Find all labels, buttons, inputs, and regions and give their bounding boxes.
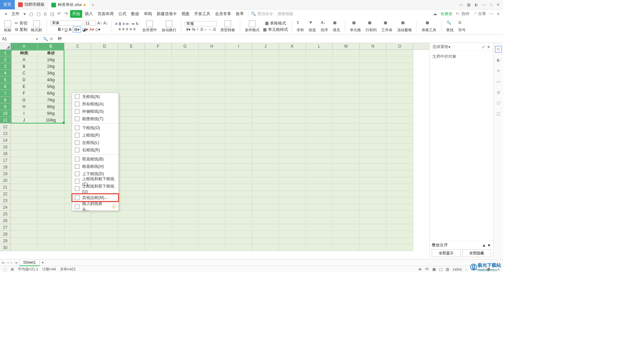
cell-J14[interactable] [252, 137, 279, 144]
next-sheet-icon[interactable]: › [11, 260, 12, 265]
cell-J27[interactable] [252, 224, 279, 231]
cell-B15[interactable] [38, 144, 64, 150]
cell-B2[interactable]: 1/kg [38, 56, 64, 63]
increase-font-icon[interactable]: A↑ [97, 21, 102, 26]
cell-K11[interactable] [279, 117, 306, 123]
cell-K1[interactable] [279, 50, 306, 56]
coop-button[interactable]: ల 协作 [456, 11, 469, 17]
cell-N5[interactable] [360, 77, 386, 83]
cell-B10[interactable]: 9/kg [38, 110, 64, 117]
orient-icon[interactable]: ↻ [136, 21, 139, 26]
selectall-corner[interactable] [0, 43, 11, 49]
cell-E15[interactable] [118, 144, 145, 150]
cell-K27[interactable] [279, 224, 306, 231]
col-header-N[interactable]: N [360, 43, 386, 49]
row-header-11[interactable]: 11 [0, 117, 11, 123]
cell-H18[interactable] [199, 164, 225, 170]
cell-G16[interactable] [172, 150, 199, 157]
cell-B13[interactable] [38, 130, 64, 137]
cell-L17[interactable] [306, 157, 333, 164]
cell-L27[interactable] [306, 224, 333, 231]
cell-J21[interactable] [252, 184, 279, 191]
cell-M10[interactable] [333, 110, 360, 117]
prev-sheet-icon[interactable]: ‹ [7, 260, 9, 265]
cell-A22[interactable] [11, 191, 38, 197]
cell-A6[interactable]: E [11, 83, 38, 90]
cell-O6[interactable] [386, 83, 413, 90]
cell-B3[interactable]: 2/kg [38, 63, 64, 70]
cell-K30[interactable] [279, 244, 306, 251]
cell-D5[interactable] [91, 77, 118, 83]
col-header-G[interactable]: G [172, 43, 199, 49]
cell-F22[interactable] [145, 191, 172, 197]
cell-M12[interactable] [333, 123, 360, 130]
cell-A30[interactable] [11, 244, 38, 251]
cell-L13[interactable] [306, 130, 333, 137]
last-sheet-icon[interactable]: ⇥ [14, 260, 17, 265]
cell-L12[interactable] [306, 123, 333, 130]
cell-F25[interactable] [145, 211, 172, 217]
cell-N11[interactable] [360, 117, 386, 123]
cell-J26[interactable] [252, 217, 279, 224]
row-header-28[interactable]: 28 [0, 231, 11, 238]
row-header-29[interactable]: 29 [0, 238, 11, 244]
col-header-I[interactable]: I [225, 43, 252, 49]
cell-O5[interactable] [386, 77, 413, 83]
cell-B16[interactable] [38, 150, 64, 157]
cell-M13[interactable] [333, 130, 360, 137]
undo-icon[interactable]: ↶ [56, 11, 62, 17]
save-icon[interactable]: ▢ [35, 11, 42, 17]
cell-E1[interactable] [118, 50, 145, 56]
cell-A3[interactable]: B [11, 63, 38, 70]
tab-start[interactable]: 开始 [70, 10, 82, 18]
print-icon[interactable]: ⎙ [43, 11, 48, 17]
cell-K2[interactable] [279, 56, 306, 63]
cell-M2[interactable] [333, 56, 360, 63]
row-header-3[interactable]: 3 [0, 63, 11, 70]
tab-data[interactable]: 数据 [129, 10, 141, 18]
cell-C26[interactable] [64, 217, 91, 224]
col-header-O[interactable]: O [386, 43, 413, 49]
cell-G13[interactable] [172, 130, 199, 137]
cell-A27[interactable] [11, 224, 38, 231]
freeze-button[interactable]: ▦冻结窗格 [396, 20, 413, 33]
cell-K19[interactable] [279, 170, 306, 177]
cell-F5[interactable] [145, 77, 172, 83]
align-justify-icon[interactable]: ≡ [129, 27, 132, 32]
cell-G12[interactable] [172, 123, 199, 130]
cell-E28[interactable] [118, 231, 145, 238]
cell-M4[interactable] [333, 70, 360, 77]
cell-O20[interactable] [386, 177, 413, 184]
cell-J6[interactable] [252, 83, 279, 90]
cell-H12[interactable] [199, 123, 225, 130]
row-header-1[interactable]: 1 [0, 50, 11, 56]
cell-K4[interactable] [279, 70, 306, 77]
cell-E4[interactable] [118, 70, 145, 77]
cell-E12[interactable] [118, 123, 145, 130]
view-break-icon[interactable]: ▥ [446, 267, 449, 271]
cell-I14[interactable] [225, 137, 252, 144]
row-header-12[interactable]: 12 [0, 123, 11, 130]
cell-J23[interactable] [252, 197, 279, 204]
cell-G14[interactable] [172, 137, 199, 144]
cell-B23[interactable] [38, 197, 64, 204]
cell-A24[interactable] [11, 204, 38, 211]
cell-D27[interactable] [91, 224, 118, 231]
bold-icon[interactable]: B [58, 27, 61, 32]
cell-I26[interactable] [225, 217, 252, 224]
sum-button[interactable]: Σ求和 [295, 20, 305, 33]
cell-E3[interactable] [118, 63, 145, 70]
cell-G8[interactable] [172, 97, 199, 103]
cell-G10[interactable] [172, 110, 199, 117]
cell-I8[interactable] [225, 97, 252, 103]
cell-M28[interactable] [333, 231, 360, 238]
pane-icon[interactable]: ▭ [495, 79, 501, 85]
tab-dev[interactable]: 开发工具 [192, 10, 212, 18]
cell-O23[interactable] [386, 197, 413, 204]
mi-thick[interactable]: 粗匣框线(T) [72, 115, 118, 122]
cell-L24[interactable] [306, 204, 333, 211]
cell-N14[interactable] [360, 137, 386, 144]
cell-O25[interactable] [386, 211, 413, 217]
more-icon[interactable]: ⋯ [489, 11, 493, 16]
cell-D6[interactable] [91, 83, 118, 90]
